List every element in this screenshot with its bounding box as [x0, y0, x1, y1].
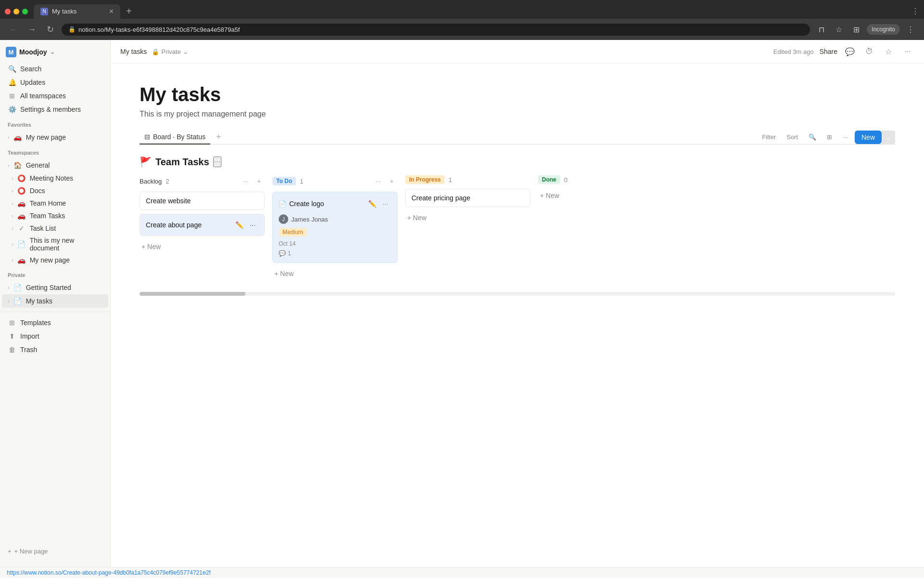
- sidebar: M Moodjoy ⌄ 🔍 Search 🔔 Updates ⊞ All tea…: [0, 40, 111, 567]
- card-more-button[interactable]: ···: [247, 219, 258, 231]
- sidebar-item-my-new-page[interactable]: › 🚗 My new page: [2, 131, 108, 144]
- general-icon: 🏠: [13, 161, 22, 170]
- workspace-icon: M: [6, 47, 16, 57]
- chevron-icon: ›: [12, 257, 13, 263]
- privacy-button[interactable]: 🔒 Private ⌄: [152, 48, 188, 55]
- extensions-icon[interactable]: ⊞: [849, 23, 863, 36]
- sidebar-item-search[interactable]: 🔍 Search: [2, 62, 108, 76]
- new-item-dropdown[interactable]: ⌄: [882, 131, 895, 144]
- timer-icon[interactable]: ⏱: [862, 45, 876, 58]
- refresh-button[interactable]: ↻: [43, 23, 57, 36]
- comments-icon[interactable]: 💬: [843, 45, 857, 58]
- sidebar-item-getting-started[interactable]: › 📄 Getting Started: [2, 281, 108, 294]
- more-view-options[interactable]: ···: [839, 131, 852, 143]
- card-edit-button[interactable]: ✏️: [233, 219, 245, 231]
- sidebar-item-trash[interactable]: 🗑 Trash: [2, 343, 108, 356]
- column-done: Done 0 + New: [538, 175, 663, 280]
- card-logo-edit[interactable]: ✏️: [366, 198, 378, 210]
- column-title-todo: To Do: [272, 177, 296, 185]
- column-title-done: Done: [538, 175, 560, 184]
- back-button[interactable]: ←: [7, 23, 20, 36]
- share-button[interactable]: Share: [820, 48, 837, 55]
- page-content: My tasks This is my project management p…: [111, 64, 924, 567]
- add-view-button[interactable]: +: [212, 130, 225, 144]
- search-view-button[interactable]: 🔍: [805, 131, 820, 143]
- tab-overflow-button[interactable]: ⋮: [911, 7, 919, 16]
- new-item-button[interactable]: New: [855, 131, 882, 144]
- card-create-pricing[interactable]: Create pricing page: [405, 189, 530, 207]
- star-icon[interactable]: ☆: [882, 45, 895, 58]
- browser-tab[interactable]: N My tasks ×: [34, 4, 120, 19]
- sidebar-item-import[interactable]: ⬆ Import: [2, 329, 108, 343]
- tab-close-button[interactable]: ×: [109, 7, 114, 16]
- card-create-website[interactable]: Create website: [140, 192, 265, 210]
- column-menu-backlog[interactable]: ···: [240, 175, 251, 187]
- address-bar[interactable]: 🔒 notion.so/My-tasks-e6f34988812d420c875…: [62, 24, 810, 36]
- bookmark-icon[interactable]: ☆: [832, 23, 846, 36]
- search-icon: 🔍: [8, 65, 16, 73]
- add-new-todo[interactable]: + New: [272, 267, 398, 280]
- group-button[interactable]: ⊞: [823, 131, 836, 143]
- plus-icon: +: [8, 548, 12, 555]
- add-new-inprogress[interactable]: + New: [405, 211, 530, 224]
- sort-button[interactable]: Sort: [783, 131, 802, 143]
- sidebar-item-task-list[interactable]: › ✓ Task List: [2, 222, 108, 235]
- sidebar-item-settings[interactable]: ⚙️ Settings & members: [2, 103, 108, 116]
- column-header-inprogress: In Progress 1: [405, 175, 530, 184]
- status-bar: https://www.notion.so/Create-about-page-…: [0, 567, 924, 578]
- sidebar-item-templates[interactable]: ⊞ Templates: [2, 316, 108, 329]
- new-page-label: + New page: [14, 548, 48, 555]
- bottom-section: ⊞ Templates ⬆ Import 🗑 Trash: [0, 315, 110, 357]
- my-page-icon: 🚗: [17, 256, 26, 264]
- sidebar-item-my-tasks[interactable]: › 📄 My tasks: [2, 294, 108, 308]
- forward-button[interactable]: →: [25, 23, 38, 36]
- user-profile[interactable]: Incognito: [867, 24, 900, 35]
- favorites-section: › 🚗 My new page: [0, 130, 110, 145]
- column-add-backlog[interactable]: +: [253, 175, 265, 187]
- browser-menu[interactable]: ⋮: [904, 23, 917, 36]
- my-tasks-icon: 📄: [13, 297, 22, 305]
- sidebar-item-my-new-page2[interactable]: › 🚗 My new page: [2, 254, 108, 266]
- sidebar-item-team-home[interactable]: › 🚗 Team Home: [2, 197, 108, 210]
- card-create-logo[interactable]: 📄 Create logo ✏️ ··· J James Jonas Mediu…: [272, 192, 398, 263]
- card-logo-more[interactable]: ···: [380, 198, 391, 210]
- settings-icon: ⚙️: [8, 105, 16, 114]
- workspace-name[interactable]: M Moodjoy ⌄: [6, 47, 55, 57]
- dropdown-chevron-icon: ⌄: [183, 48, 188, 55]
- column-title-backlog: Backlog: [140, 178, 162, 185]
- sidebar-item-updates[interactable]: 🔔 Updates: [2, 76, 108, 89]
- teamspaces-section: › 🏠 General › ⭕ Meeting Notes › ⭕ Docs ›…: [0, 158, 110, 267]
- sidebar-item-new-document[interactable]: › 📄 This is my new document: [2, 235, 108, 254]
- sidebar-item-meeting-notes[interactable]: › ⭕ Meeting Notes: [2, 172, 108, 184]
- chevron-icon: ›: [12, 225, 13, 231]
- chevron-icon: ›: [8, 298, 10, 304]
- card-user: J James Jonas: [279, 214, 391, 224]
- new-page-button[interactable]: + + New page: [2, 545, 108, 557]
- cast-icon[interactable]: ⊓: [815, 23, 828, 36]
- sidebar-item-team-tasks[interactable]: › 🚗 Team Tasks: [2, 210, 108, 222]
- column-inprogress: In Progress 1 Create pricing page + New: [405, 175, 530, 280]
- column-add-todo[interactable]: +: [386, 175, 398, 187]
- column-actions-backlog: ··· +: [240, 175, 265, 187]
- more-options-button[interactable]: ···: [901, 45, 914, 58]
- column-todo: To Do 1 ··· + 📄 Create logo ✏️: [272, 175, 398, 280]
- chevron-icon: ›: [8, 134, 10, 140]
- add-new-backlog[interactable]: + New: [140, 240, 265, 253]
- board-more-button[interactable]: ···: [213, 157, 221, 167]
- board-icon: ⊟: [144, 133, 150, 141]
- team-tasks-icon: 🚗: [17, 211, 26, 220]
- filter-button[interactable]: Filter: [758, 131, 780, 143]
- card-create-about-page[interactable]: Create about page ✏️ ···: [140, 214, 265, 236]
- sidebar-item-general[interactable]: › 🏠 General: [2, 158, 108, 172]
- column-menu-todo[interactable]: ···: [372, 175, 384, 187]
- sidebar-item-all-teamspaces[interactable]: ⊞ All teamspaces: [2, 89, 108, 103]
- column-title-inprogress: In Progress: [405, 175, 445, 184]
- tab-board-by-status[interactable]: ⊟ Board · By Status: [140, 130, 210, 144]
- sidebar-item-docs[interactable]: › ⭕ Docs: [2, 184, 108, 197]
- add-new-done[interactable]: + New: [538, 189, 663, 202]
- sidebar-divider: [0, 312, 110, 312]
- column-header-todo: To Do 1 ··· +: [272, 175, 398, 187]
- new-tab-button[interactable]: +: [122, 4, 136, 19]
- board-scrollbar[interactable]: [140, 292, 895, 296]
- chevron-icon: ›: [12, 188, 13, 194]
